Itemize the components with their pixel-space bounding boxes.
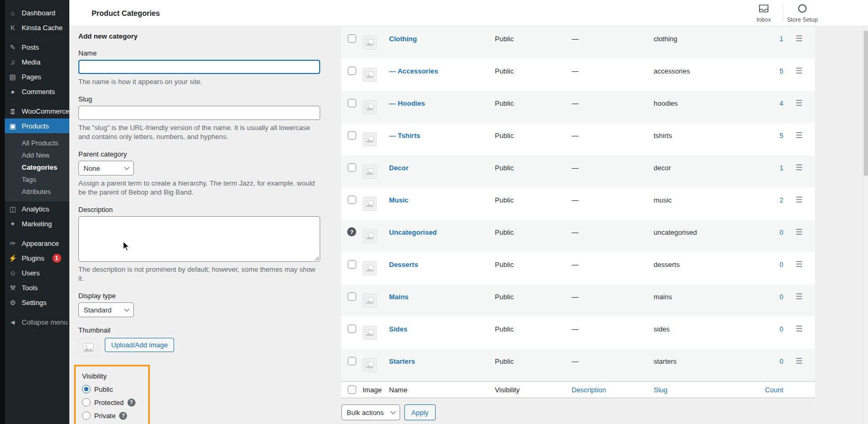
- category-name-link[interactable]: Sides: [389, 317, 495, 349]
- row-menu-icon[interactable]: ☰: [783, 349, 815, 381]
- sidebar-item-appearance[interactable]: ✑ Appearance: [0, 236, 69, 251]
- column-header-description[interactable]: Description: [572, 386, 654, 394]
- private-radio[interactable]: [82, 411, 91, 420]
- sidebar-item-woocommerce[interactable]: W WooCommerce: [0, 104, 69, 118]
- row-menu-icon[interactable]: ☰: [783, 220, 815, 252]
- submenu-item-tags[interactable]: Tags: [0, 173, 69, 186]
- category-name-link[interactable]: — Accessories: [389, 59, 495, 91]
- count-link[interactable]: 0: [760, 317, 783, 349]
- sidebar-item-media[interactable]: ♫ Media: [0, 54, 69, 69]
- select-all-checkbox[interactable]: [348, 385, 356, 394]
- private-help-icon[interactable]: ?: [119, 412, 127, 420]
- row-checkbox[interactable]: [348, 131, 356, 140]
- column-header-slug[interactable]: Slug: [654, 386, 760, 394]
- category-name-link[interactable]: — Hoodies: [389, 91, 495, 123]
- sidebar-item-users[interactable]: ☺ Users: [0, 265, 69, 280]
- public-radio[interactable]: [82, 385, 91, 393]
- sidebar-item-label: Products: [22, 122, 49, 130]
- protected-radio[interactable]: [82, 398, 91, 407]
- category-name-link[interactable]: Music: [389, 188, 495, 220]
- category-name-link[interactable]: Desserts: [389, 252, 495, 284]
- sidebar-item-label: Marketing: [22, 220, 52, 228]
- row-checkbox[interactable]: [348, 196, 356, 204]
- sidebar-item-posts[interactable]: ✎ Posts: [0, 40, 69, 54]
- column-header-name[interactable]: Name: [389, 386, 495, 394]
- upload-add-image-button[interactable]: Upload/Add image: [105, 338, 174, 352]
- count-link[interactable]: 5: [760, 59, 783, 91]
- name-input[interactable]: [78, 60, 320, 74]
- count-link[interactable]: 2: [760, 188, 783, 220]
- row-menu-icon[interactable]: ☰: [783, 284, 815, 317]
- protected-help-icon[interactable]: ?: [128, 399, 135, 407]
- row-menu-icon[interactable]: ☰: [783, 123, 815, 155]
- table-footer-header: Image Name Visibility Description Slug C…: [341, 381, 815, 398]
- slug-cell: music: [654, 188, 760, 220]
- sidebar-item-pages[interactable]: ▤ Pages: [0, 69, 69, 84]
- visibility-cell: Public: [495, 123, 572, 155]
- submenu-item-all-products[interactable]: All Products: [0, 137, 69, 149]
- count-link[interactable]: 5: [760, 123, 783, 155]
- scrollbar-track[interactable]: [863, 26, 868, 424]
- category-name-link[interactable]: Uncategorised: [389, 220, 495, 252]
- category-name-link[interactable]: Decor: [389, 155, 495, 188]
- row-menu-icon[interactable]: ☰: [783, 188, 815, 220]
- sidebar-item-collapse-menu[interactable]: ◄ Collapse menu: [0, 315, 69, 329]
- row-checkbox[interactable]: [348, 67, 356, 75]
- inbox-button[interactable]: Inbox: [745, 0, 783, 26]
- row-menu-icon[interactable]: ☰: [783, 252, 815, 284]
- sidebar-item-products[interactable]: ▣ Products: [0, 118, 69, 133]
- scrollbar-thumb[interactable]: [864, 31, 868, 176]
- count-link[interactable]: 1: [760, 26, 783, 59]
- column-header-count[interactable]: Count: [760, 386, 783, 394]
- visibility-cell: Public: [495, 252, 572, 284]
- sidebar-item-tools[interactable]: ⚒ Tools: [0, 280, 69, 295]
- submenu-item-add-new[interactable]: Add New: [0, 149, 69, 161]
- row-menu-icon[interactable]: ☰: [783, 155, 815, 188]
- count-link[interactable]: 0: [760, 349, 783, 381]
- visibility-option-public: Public: [82, 385, 144, 393]
- row-checkbox[interactable]: [348, 325, 356, 333]
- bulk-actions-select[interactable]: Bulk actions: [341, 404, 400, 420]
- row-checkbox[interactable]: [348, 260, 356, 269]
- posts-icon: ✎: [8, 44, 17, 51]
- submenu-item-attributes[interactable]: Attributes: [0, 186, 69, 198]
- sidebar-item-analytics[interactable]: ◫ Analytics: [0, 201, 69, 216]
- sidebar-item-settings[interactable]: ⚙ Settings: [0, 295, 69, 310]
- sidebar-item-comments[interactable]: ● Comments: [0, 84, 69, 99]
- description-cell: —: [572, 26, 654, 59]
- count-link[interactable]: 1: [760, 155, 783, 188]
- count-link[interactable]: 0: [760, 220, 783, 252]
- row-checkbox[interactable]: [348, 292, 356, 301]
- row-checkbox[interactable]: [348, 357, 356, 365]
- store-setup-button[interactable]: Store Setup: [783, 0, 821, 26]
- category-name-link[interactable]: Starters: [389, 349, 495, 381]
- topbar-actions: Inbox Store Setup: [745, 0, 821, 26]
- tools-icon: ⚒: [8, 284, 17, 291]
- row-menu-icon[interactable]: ☰: [783, 91, 815, 123]
- slug-cell: desserts: [654, 252, 760, 284]
- default-category-help-icon[interactable]: ?: [347, 227, 356, 236]
- description-textarea[interactable]: [79, 217, 320, 261]
- sidebar-item-plugins[interactable]: ⚡ Plugins 1: [0, 251, 69, 265]
- apply-button[interactable]: Apply: [404, 404, 436, 420]
- sidebar-item-kinsta-cache[interactable]: K Kinsta Cache: [0, 20, 69, 35]
- parent-category-select[interactable]: None: [78, 161, 134, 176]
- parent-category-label: Parent category: [78, 150, 320, 158]
- row-menu-icon[interactable]: ☰: [783, 317, 815, 349]
- row-menu-icon[interactable]: ☰: [783, 59, 815, 91]
- slug-input[interactable]: [78, 106, 320, 120]
- row-checkbox[interactable]: [348, 99, 356, 107]
- row-checkbox[interactable]: [348, 34, 356, 43]
- count-link[interactable]: 0: [760, 252, 783, 284]
- category-name-link[interactable]: — Tshirts: [389, 123, 495, 155]
- display-type-select[interactable]: Standard: [78, 302, 134, 317]
- count-link[interactable]: 0: [760, 284, 783, 317]
- sidebar-item-marketing[interactable]: ✦ Marketing: [0, 216, 69, 231]
- row-menu-icon[interactable]: ☰: [783, 26, 815, 59]
- submenu-item-categories[interactable]: Categories: [0, 161, 69, 173]
- sidebar-item-dashboard[interactable]: ⌂ Dashboard: [0, 5, 69, 20]
- row-checkbox[interactable]: [348, 163, 356, 172]
- count-link[interactable]: 4: [760, 91, 783, 123]
- category-name-link[interactable]: Mains: [389, 284, 495, 317]
- category-name-link[interactable]: Clothing: [389, 26, 495, 59]
